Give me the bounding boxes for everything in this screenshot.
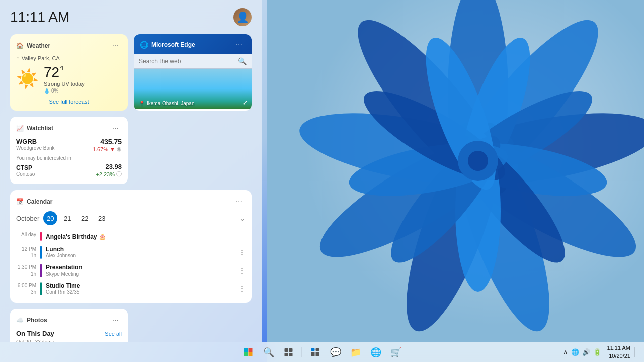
event-content-presentation: Presentation Skype Meeting [46,264,234,277]
temp-unit: °F [59,64,66,72]
photos-section-title: On This Day [16,330,54,337]
show-desktop-button[interactable] [634,347,640,357]
start-menu-button[interactable] [239,343,258,361]
edge-more-button[interactable]: ··· [233,39,246,50]
weather-description: Strong UV today [44,80,85,88]
calendar-title: Calendar [27,198,52,205]
watchlist-more-button[interactable]: ··· [109,123,122,134]
stock1-arrow-icon: ▼ [110,146,115,152]
windows-logo-icon [244,348,253,357]
event-content: Angela's Birthday 🎂 [46,232,246,241]
weather-location-text: Valley Park, CA [22,55,60,61]
svg-rect-26 [289,348,293,352]
event-bar-presentation [40,264,42,277]
svg-rect-24 [249,352,253,356]
widgets-button[interactable] [306,343,325,361]
user-avatar[interactable]: 👤 [233,8,252,26]
tray-chevron-icon[interactable]: ∧ [563,348,568,356]
svg-rect-31 [311,352,315,356]
svg-point-20 [468,151,488,171]
event-time-studio: 6:00 PM3h [16,282,36,295]
weather-precip: 💧 0% [44,88,85,94]
event-title-presentation: Presentation [46,264,234,271]
event-sub-lunch: Alex Johnson [46,253,234,258]
file-explorer-button[interactable]: 📁 [347,343,365,361]
event-more-lunch[interactable]: ⋮ [238,248,246,256]
system-tray: ∧ 🌐 🔊 🔋 [559,348,605,356]
panel-header: 11:11 AM 👤 [10,8,252,26]
calendar-nav-icon[interactable]: ⌄ [239,214,246,222]
stock1-price: 435.75 [91,138,122,146]
taskbar-divider [302,347,302,357]
taskbar-right: ∧ 🌐 🔊 🔋 11:11 AM 10/20/21 [559,344,644,360]
cal-day-22[interactable]: 22 [77,211,92,225]
taskbar-date: 10/20/21 [607,352,630,360]
photos-widget: ☁️ Photos ··· On This Day See all Oct 20… [10,309,128,342]
svg-rect-32 [316,352,319,356]
taskbar-time: 11:11 AM [607,344,630,352]
teams-chat-button[interactable]: 💬 [327,343,345,361]
calendar-widget-header: 📅 Calendar ··· [16,196,246,207]
event-sub-presentation: Skype Meeting [46,271,234,277]
event-sub-studio: Conf Rm 32/35 [46,289,234,295]
event-title-lunch: Lunch [46,246,234,253]
battery-icon[interactable]: 🔋 [593,348,601,356]
edge-expand-icon[interactable]: ⤢ [243,99,248,106]
forecast-link[interactable]: See full forecast [16,99,122,105]
weather-temperature: 72°F [44,64,85,80]
edge-taskbar-button[interactable]: 🌐 [367,343,385,361]
svg-rect-29 [311,348,315,351]
calendar-nav-header: October 20 21 22 23 ⌄ [16,211,246,225]
photos-title-row: ☁️ Photos [16,317,47,324]
calendar-month: October [16,215,39,222]
calendar-icon: 📅 [16,198,24,205]
taskbar-clock[interactable]: 11:11 AM 10/20/21 [607,344,630,360]
edge-icon: 🌐 [140,41,148,49]
calendar-more-button[interactable]: ··· [233,196,246,207]
search-icon[interactable]: 🔍 [238,57,247,65]
weather-main: ☀️ 72°F Strong UV today 💧 0% [16,64,122,94]
weather-sun-icon: ☀️ [16,68,39,89]
svg-rect-30 [316,348,319,351]
edge-search-input[interactable] [139,58,234,65]
task-view-button[interactable] [280,343,298,361]
volume-icon[interactable]: 🔊 [582,348,590,356]
event-bar-studio [40,282,42,295]
weather-more-button[interactable]: ··· [109,40,122,51]
search-taskbar-button[interactable]: 🔍 [260,343,278,361]
svg-rect-21 [244,348,248,352]
event-title-studio: Studio Time [46,282,234,289]
cal-day-21[interactable]: 21 [60,211,74,225]
event-bar-lunch [40,246,42,259]
watchlist-widget-header: 📈 Watchlist ··· [16,123,122,134]
watchlist-title: Watchlist [27,125,53,132]
widgets-grid: 🏠 Weather ··· ⌂ Valley Park, CA ☀️ 72°F … [10,34,252,342]
event-more-studio[interactable]: ⋮ [238,285,246,293]
weather-widget-header: 🏠 Weather ··· [16,40,122,51]
stock1-chart-icon: ◉ [117,146,122,152]
event-bar [40,232,42,241]
svg-rect-27 [285,353,288,356]
weather-widget: 🏠 Weather ··· ⌂ Valley Park, CA ☀️ 72°F … [10,34,128,111]
weather-location: ⌂ Valley Park, CA [16,55,122,61]
cal-day-23[interactable]: 23 [95,211,109,225]
edge-location-label: 📍 Ikema Ohashi, Japan [139,101,195,106]
photos-title: Photos [27,317,47,324]
edge-widget-header: 🌐 Microsoft Edge ··· [134,34,252,54]
photos-see-all[interactable]: See all [105,331,122,337]
calendar-title-row: 📅 Calendar [16,198,52,205]
event-time-lunch: 12 PM1h [16,246,36,259]
store-button[interactable]: 🛒 [387,343,405,361]
calendar-event-allday: All day Angela's Birthday 🎂 [16,230,246,242]
calendar-event-studio: 6:00 PM3h Studio Time Conf Rm 32/35 ⋮ [16,281,246,297]
taskbar-center: 🔍 💬 📁 🌐 🛒 [239,343,405,361]
widgets-icon [311,348,320,357]
network-icon[interactable]: 🌐 [571,348,579,356]
photos-more-button[interactable]: ··· [109,315,122,326]
stock2-info-icon: ⓘ [116,170,122,178]
location-pin-icon: ⌂ [16,55,20,61]
cal-day-20[interactable]: 20 [43,211,57,225]
stock1-change: -1.67% [91,146,108,152]
event-time-presentation: 1:30 PM1h [16,264,36,277]
event-more-presentation[interactable]: ⋮ [238,266,246,275]
